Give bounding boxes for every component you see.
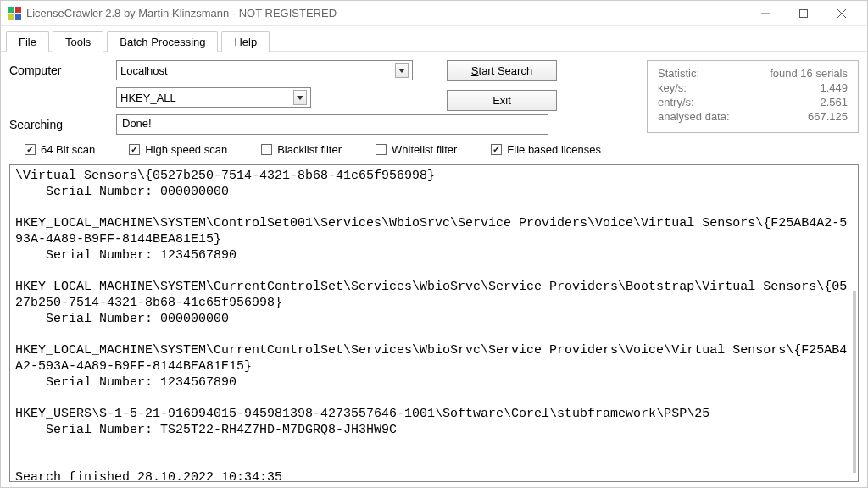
results-text: \Virtual Sensors\{0527b250-7514-4321-8b6… xyxy=(15,169,847,482)
app-icon xyxy=(8,7,21,20)
computer-combo[interactable]: Localhost xyxy=(116,60,413,80)
check-64bit[interactable]: 64 Bit scan xyxy=(25,143,95,156)
stat-key-label: key/s: xyxy=(658,81,687,94)
statistics-panel: Statistic: found 16 serials key/s: 1.449… xyxy=(647,60,859,133)
window-controls xyxy=(746,1,860,25)
maximize-button[interactable] xyxy=(784,1,822,25)
menu-file[interactable]: File xyxy=(6,31,49,52)
action-buttons: Start Search Exit xyxy=(447,60,557,111)
stat-entry-label: entry/s: xyxy=(658,96,694,108)
stat-analysed-value: 667.125 xyxy=(808,110,848,123)
scrollbar[interactable] xyxy=(853,291,856,473)
checkbox-icon xyxy=(261,144,272,155)
content-area: Computer Localhost HKEY_ALL Searching Do… xyxy=(1,52,867,487)
check-highspeed[interactable]: High speed scan xyxy=(129,143,227,156)
options-row: 64 Bit scan High speed scan Blacklist fi… xyxy=(9,141,859,158)
searching-label: Searching xyxy=(9,118,111,131)
check-filebased[interactable]: File based licenses xyxy=(491,143,601,156)
start-search-button[interactable]: Start Search xyxy=(447,60,557,81)
menu-help[interactable]: Help xyxy=(221,31,270,52)
dropdown-arrow-icon xyxy=(293,90,307,105)
checkbox-icon xyxy=(491,144,502,155)
exit-button[interactable]: Exit xyxy=(447,90,557,111)
computer-label: Computer xyxy=(9,64,111,77)
stat-key-value: 1.449 xyxy=(820,81,848,94)
checkbox-icon xyxy=(376,144,387,155)
stat-found: found 16 serials xyxy=(770,67,848,80)
svg-rect-0 xyxy=(799,9,807,17)
search-status-field: Done! xyxy=(116,114,548,135)
titlebar: LicenseCrawler 2.8 by Martin Klinzsmann … xyxy=(1,1,867,26)
menu-tools[interactable]: Tools xyxy=(53,31,103,52)
close-button[interactable] xyxy=(822,1,860,25)
menu-batch[interactable]: Batch Processing xyxy=(107,31,218,52)
stat-analysed-label: analysed data: xyxy=(658,110,730,123)
app-window: LicenseCrawler 2.8 by Martin Klinzsmann … xyxy=(0,0,868,488)
results-textarea[interactable]: \Virtual Sensors\{0527b250-7514-4321-8b6… xyxy=(9,164,859,482)
stat-title: Statistic: xyxy=(658,67,699,80)
left-column: Computer Localhost HKEY_ALL Searching Do… xyxy=(9,60,413,135)
stat-entry-value: 2.561 xyxy=(820,96,848,108)
checkbox-icon xyxy=(25,144,36,155)
hive-combo-value: HKEY_ALL xyxy=(120,92,176,104)
check-whitelist[interactable]: Whitelist filter xyxy=(376,143,457,156)
check-blacklist[interactable]: Blacklist filter xyxy=(261,143,342,156)
minimize-button[interactable] xyxy=(746,1,784,25)
computer-combo-value: Localhost xyxy=(120,64,168,77)
checkbox-icon xyxy=(129,144,140,155)
top-controls: Computer Localhost HKEY_ALL Searching Do… xyxy=(9,60,859,135)
menubar: File Tools Batch Processing Help xyxy=(1,26,867,52)
hive-combo[interactable]: HKEY_ALL xyxy=(116,87,311,108)
window-title: LicenseCrawler 2.8 by Martin Klinzsmann … xyxy=(26,7,746,19)
dropdown-arrow-icon xyxy=(395,63,409,78)
